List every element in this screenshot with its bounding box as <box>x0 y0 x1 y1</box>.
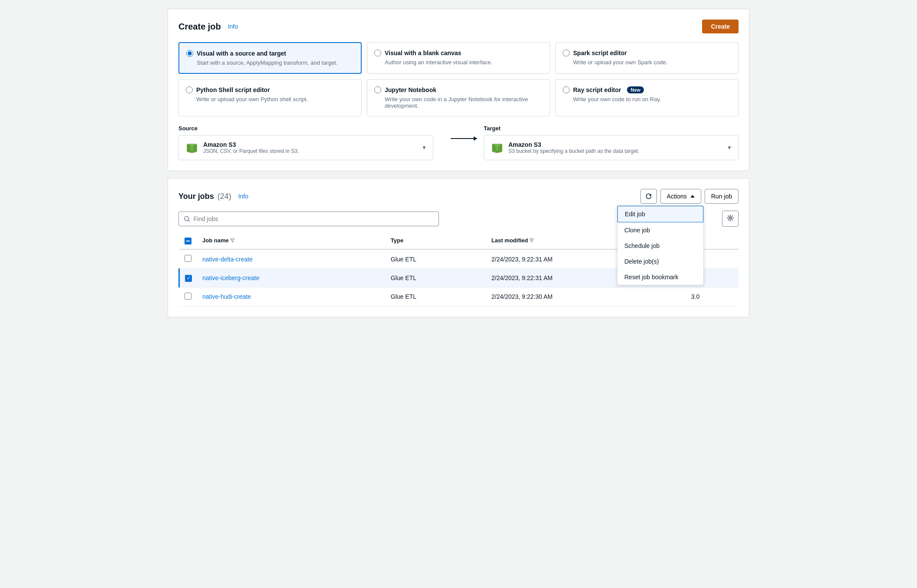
row3-type: Glue ETL <box>386 287 486 306</box>
radio-python-shell[interactable] <box>186 86 193 93</box>
target-info: Amazon S3 S3 bucket by specifying a buck… <box>508 141 722 154</box>
job-link-native-delta-create[interactable]: native-delta-create <box>202 256 253 263</box>
col-job-name-sort-icon[interactable]: ▽ <box>231 238 234 243</box>
source-chevron-icon: ▼ <box>422 145 427 151</box>
job-type-card-ray-script[interactable]: Ray script editor New Write your own cod… <box>555 79 739 116</box>
job-link-native-hudi-create[interactable]: native-hudi-create <box>202 293 251 300</box>
row1-type: Glue ETL <box>386 249 486 269</box>
select-all-col <box>179 232 198 249</box>
svg-point-9 <box>729 217 732 219</box>
row3-extra: 3.0 <box>686 287 739 306</box>
col-job-name: Job name ▽ <box>197 232 386 249</box>
arrow-line <box>451 138 477 139</box>
card-desc-visual-source-target: Start with a source, ApplyMapping transf… <box>186 59 354 66</box>
radio-visual-blank[interactable] <box>374 50 381 56</box>
radio-jupyter[interactable] <box>374 86 381 93</box>
target-label: Target <box>484 125 739 132</box>
svg-point-6 <box>494 144 500 145</box>
refresh-button[interactable] <box>640 189 657 204</box>
card-title-python-shell: Python Shell script editor <box>196 86 270 93</box>
s3-source-icon <box>185 141 199 155</box>
card-desc-ray-script: Write your own code to run on Ray. <box>563 96 731 102</box>
actions-dropdown-menu: Edit job Clone job Schedule job Delete j… <box>617 205 704 285</box>
table-row: native-hudi-create Glue ETL 2/24/2023, 9… <box>179 287 739 306</box>
create-button[interactable]: Create <box>702 20 739 33</box>
create-job-panel: Create job Info Create Visual with a sou… <box>168 9 749 171</box>
jobs-header-right: Actions Run job Edit job Clone job Sched… <box>640 189 739 204</box>
actions-menu-item-clone[interactable]: Clone job <box>617 222 703 238</box>
jobs-count: (24) <box>218 192 231 201</box>
job-link-native-iceberg-create[interactable]: native-iceberg-create <box>202 274 260 281</box>
new-badge: New <box>627 86 644 93</box>
job-type-grid: Visual with a source and target Start wi… <box>178 42 739 116</box>
target-desc: S3 bucket by specifying a bucket path as… <box>508 148 722 154</box>
col-type: Type <box>386 232 486 249</box>
card-desc-jupyter: Write your own code in a Jupyter Noteboo… <box>374 96 543 109</box>
search-wrapper[interactable] <box>178 211 439 226</box>
target-name: Amazon S3 <box>508 141 722 148</box>
col-last-modified-sort-icon[interactable]: ▽ <box>530 238 533 243</box>
job-type-card-visual-source-target[interactable]: Visual with a source and target Start wi… <box>178 42 362 74</box>
row2-checkbox[interactable] <box>185 275 192 282</box>
row3-checkbox-cell <box>179 287 198 306</box>
card-title-ray-script: Ray script editor <box>573 86 621 93</box>
target-section: Target <box>484 125 739 160</box>
col-job-name-label: Job name <box>202 237 229 244</box>
radio-spark-script[interactable] <box>563 50 570 56</box>
card-desc-visual-blank: Author using an interactive visual inter… <box>374 59 543 66</box>
source-select[interactable]: Amazon S3 JSON, CSV, or Parquet files st… <box>178 135 433 160</box>
svg-point-7 <box>494 151 500 153</box>
run-job-button[interactable]: Run job <box>705 189 739 204</box>
target-chevron-icon: ▼ <box>727 145 732 151</box>
row2-name: native-iceberg-create <box>197 269 386 287</box>
card-title-jupyter: Jupyter Notebook <box>385 86 436 93</box>
your-jobs-panel: Your jobs (24) Info Actions Run job <box>168 178 749 317</box>
s3-target-icon <box>490 141 504 155</box>
source-label: Source <box>178 125 433 132</box>
job-type-card-visual-blank[interactable]: Visual with a blank canvas Author using … <box>367 42 550 74</box>
source-section: Source <box>178 125 433 160</box>
svg-point-2 <box>189 144 195 145</box>
card-title-spark-script: Spark script editor <box>573 50 627 56</box>
radio-visual-source-target[interactable] <box>186 50 193 57</box>
svg-point-3 <box>189 151 195 153</box>
job-type-card-python-shell[interactable]: Python Shell script editor Write or uplo… <box>178 79 362 116</box>
row3-checkbox[interactable] <box>185 293 191 300</box>
source-name: Amazon S3 <box>203 141 417 148</box>
row3-name: native-hudi-create <box>197 287 386 306</box>
jobs-info-link[interactable]: Info <box>238 193 248 200</box>
actions-sort-icon <box>690 195 695 198</box>
jobs-title: Your jobs <box>178 192 214 201</box>
actions-menu-item-reset[interactable]: Reset job bookmark <box>617 269 703 285</box>
actions-menu-item-edit[interactable]: Edit job <box>617 206 703 222</box>
search-icon <box>184 216 190 222</box>
target-select[interactable]: Amazon S3 S3 bucket by specifying a buck… <box>484 135 739 160</box>
panel-header: Create job Info Create <box>178 20 739 33</box>
actions-label: Actions <box>667 193 687 200</box>
actions-button[interactable]: Actions <box>660 189 701 204</box>
job-type-card-jupyter[interactable]: Jupyter Notebook Write your own code in … <box>367 79 550 116</box>
page-title: Create job <box>178 22 221 32</box>
card-desc-python-shell: Write or upload your own Python shell sc… <box>186 96 354 102</box>
select-all-checkbox[interactable] <box>185 238 191 244</box>
search-input[interactable] <box>193 215 433 222</box>
refresh-icon <box>645 193 652 200</box>
source-info: Amazon S3 JSON, CSV, or Parquet files st… <box>203 141 417 154</box>
row1-checkbox[interactable] <box>185 255 191 262</box>
actions-menu-item-delete[interactable]: Delete job(s) <box>617 254 703 269</box>
info-link[interactable]: Info <box>228 23 238 30</box>
actions-menu-item-schedule[interactable]: Schedule job <box>617 238 703 254</box>
source-target-arrow <box>444 138 484 139</box>
job-type-card-spark-script[interactable]: Spark script editor Write or upload your… <box>555 42 739 74</box>
settings-icon <box>727 215 734 221</box>
col-last-modified-label: Last modified <box>491 237 528 244</box>
jobs-header: Your jobs (24) Info Actions Run job <box>178 189 739 204</box>
card-title-visual-source-target: Visual with a source and target <box>197 50 286 57</box>
source-desc: JSON, CSV, or Parquet files stored in S3… <box>203 148 417 154</box>
source-target-row: Source <box>178 125 739 160</box>
row1-checkbox-cell <box>179 249 198 269</box>
radio-ray-script[interactable] <box>563 86 570 93</box>
col-type-label: Type <box>391 237 403 244</box>
row3-modified: 2/24/2023, 9:22:30 AM <box>486 287 686 306</box>
settings-icon-button[interactable] <box>722 211 739 227</box>
